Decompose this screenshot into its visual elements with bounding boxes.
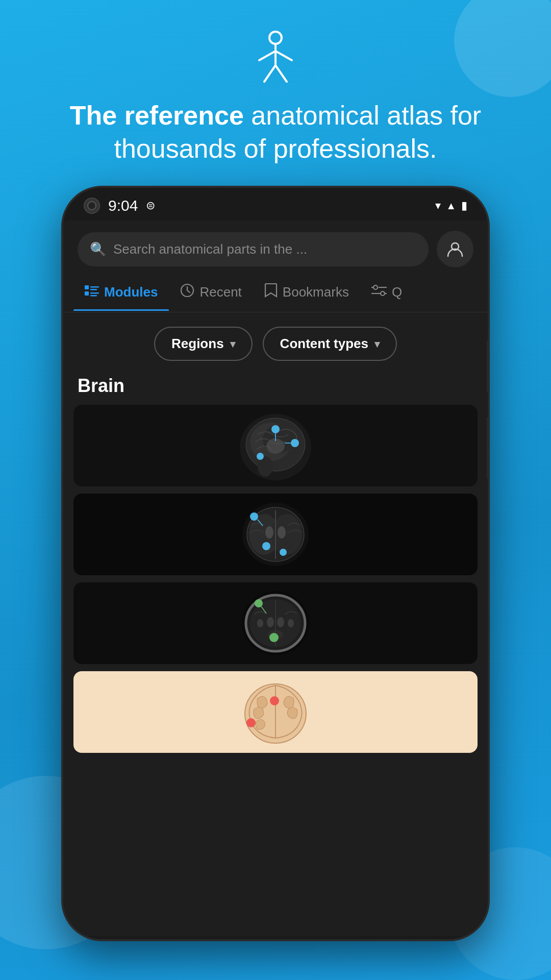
status-time: 9:04 [108,197,138,214]
search-section: 🔍 Search anatomical parts in the ... [63,220,488,267]
side-button-2 [487,418,490,479]
recent-icon [180,283,194,301]
side-button-1 [487,341,490,392]
svg-point-30 [291,439,299,447]
status-camera [84,198,100,214]
svg-point-56 [269,633,279,642]
tab-search-filter[interactable]: Q [360,273,413,311]
svg-rect-8 [85,291,89,296]
svg-rect-7 [85,285,89,289]
thumbnail-mri-axial-brain [73,494,478,575]
svg-point-39 [278,526,286,538]
content-types-label: Content types [280,336,368,352]
filter-icon [371,283,387,301]
svg-rect-10 [90,289,97,290]
tab-q-label: Q [392,284,402,300]
svg-point-38 [265,526,273,538]
list-item[interactable]: CT brain CT [73,582,478,664]
modules-icon [85,284,99,300]
svg-line-3 [276,51,292,60]
thumbnail-ct-brain [73,582,478,664]
tab-modules-label: Modules [104,284,158,300]
svg-point-17 [381,291,385,296]
svg-point-48 [267,617,274,627]
svg-point-0 [269,32,282,44]
section-title: Brain [63,375,488,405]
svg-point-43 [280,549,287,556]
battery-icon: ▮ [461,199,467,212]
status-sim-icon: ⊜ [146,199,155,212]
svg-point-42 [262,542,270,550]
list-item[interactable]: MRI brain MRI [73,405,478,486]
search-bar[interactable]: 🔍 Search anatomical parts in the ... [78,232,429,266]
list-item[interactable]: MRI axial brain MRI [73,494,478,575]
filter-section: Regions ▾ Content types ▾ [63,312,488,375]
svg-point-52 [257,619,263,627]
svg-point-49 [277,617,284,627]
list-item[interactable]: Brain Illustrations [73,671,478,753]
tab-recent[interactable]: Recent [169,273,253,311]
svg-point-61 [270,696,279,705]
status-right: ▾ ▲ ▮ [435,199,467,212]
content-types-arrow-icon: ▾ [374,338,380,350]
svg-point-32 [257,453,264,460]
content-types-filter-button[interactable]: Content types ▾ [263,327,397,361]
regions-label: Regions [171,336,224,352]
wifi-icon: ▾ [435,199,441,212]
regions-filter-button[interactable]: Regions ▾ [154,327,253,361]
status-bar: 9:04 ⊜ ▾ ▲ ▮ [63,188,488,220]
profile-button[interactable] [437,231,473,267]
svg-line-2 [259,51,276,60]
header-section: The reference anatomical atlas for thous… [0,0,551,165]
svg-line-5 [276,65,287,82]
search-icon: 🔍 [90,241,106,257]
header-title: The reference anatomical atlas for thous… [0,99,551,165]
svg-line-15 [187,290,190,292]
svg-rect-12 [90,295,97,297]
thumbnail-mri-brain [73,405,478,486]
svg-point-53 [288,619,294,627]
svg-rect-11 [90,292,99,294]
tab-bookmarks-label: Bookmarks [283,284,349,300]
tab-bookmarks[interactable]: Bookmarks [253,273,360,312]
phone-content: 🔍 Search anatomical parts in the ... [63,220,488,936]
tabs-section: Modules Recent [63,273,488,312]
phone-frame: 9:04 ⊜ ▾ ▲ ▮ 🔍 Search anatomical parts i… [61,186,490,941]
phone-wrapper: 9:04 ⊜ ▾ ▲ ▮ 🔍 Search anatomical parts i… [0,186,551,941]
regions-arrow-icon: ▾ [230,338,235,350]
svg-point-28 [271,425,280,433]
svg-line-4 [264,65,276,82]
thumbnail-brain-illustration [73,671,478,753]
tab-recent-label: Recent [199,284,241,300]
search-placeholder: Search anatomical parts in the ... [113,241,307,257]
svg-point-16 [373,285,378,289]
svg-point-40 [250,512,258,521]
person-icon [250,31,301,89]
bookmark-icon [264,283,278,302]
tab-modules[interactable]: Modules [73,274,169,310]
svg-point-60 [246,718,256,727]
svg-rect-9 [90,286,99,288]
content-list: MRI brain MRI [63,405,488,753]
signal-icon: ▲ [446,200,456,212]
status-left: 9:04 ⊜ [84,197,155,214]
